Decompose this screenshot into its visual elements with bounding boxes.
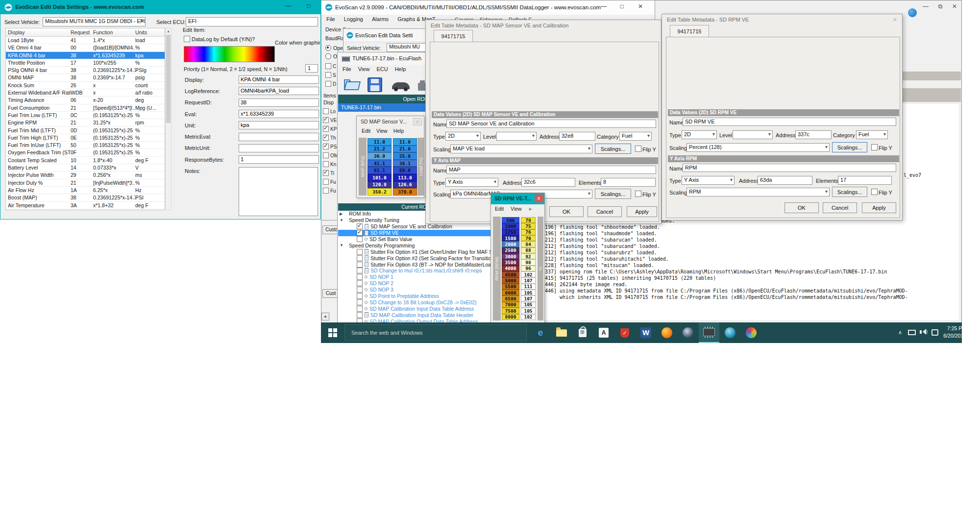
rpm-cell[interactable]: 2000 <box>502 241 519 247</box>
tree-item[interactable]: SD RPM VE <box>338 230 494 236</box>
percent-cell[interactable]: 107 <box>521 295 536 301</box>
tree-item[interactable]: SD Set Baro Value <box>338 236 494 243</box>
rpm-cell[interactable]: 7500 <box>502 308 519 314</box>
menu-item[interactable]: View <box>511 206 522 212</box>
percent-cell[interactable]: 102 <box>521 271 536 277</box>
taskbar-firefox-icon[interactable] <box>657 322 677 343</box>
menu-item[interactable]: View <box>358 66 370 72</box>
taskbar-store-icon[interactable] <box>572 322 593 343</box>
load-cell[interactable]: 21.0 <box>393 146 417 153</box>
map-cell[interactable]: 61.1 <box>368 167 392 174</box>
percent-cell[interactable]: 105 <box>521 290 536 295</box>
tree-item[interactable]: SD Point to Preptable Address <box>338 293 494 299</box>
table-row[interactable]: Fuel Trim Mid (LTFT) 0D (0.1953125*x)-25… <box>6 127 165 134</box>
taskbar-media-icon[interactable] <box>741 322 761 343</box>
vehicle-dropdown[interactable]: Mitsubishi MUTII MMC 1G DSM OBDI - EFI <box>43 17 146 26</box>
tree-checkbox[interactable] <box>357 236 363 242</box>
menu-item[interactable]: Logging <box>344 16 363 22</box>
table-row[interactable]: Fuel Trim InUse (LTFT) 50 (0.1953125*x)-… <box>6 142 165 149</box>
other-radio[interactable]: O <box>325 53 337 59</box>
map-cell[interactable]: 11.0 <box>368 138 392 146</box>
search-box[interactable]: Search the web and Windows <box>344 324 527 341</box>
map-table-row[interactable]: 30.9 25.0 <box>368 152 417 160</box>
load-cell[interactable]: 113.0 <box>393 174 417 181</box>
tree-checkbox[interactable] <box>357 255 363 261</box>
rpm-cell[interactable]: 1500 <box>502 235 519 241</box>
sd-rpm-cells[interactable]: 500 79 1000 75 1250 76 1500 79 <box>502 217 536 320</box>
ecu-field[interactable]: EFI <box>186 17 318 26</box>
rpm-table-row[interactable]: 2500 88 <box>502 247 536 253</box>
field-input[interactable] <box>239 133 319 141</box>
flip-y-checkbox[interactable] <box>871 144 878 150</box>
y-scaling-dropdown[interactable]: RPM <box>686 188 830 196</box>
map-cell[interactable]: 350.2 <box>368 188 392 196</box>
tree-item[interactable]: SD NOP 2 <box>338 280 494 287</box>
tree-expander-icon[interactable]: ▼ <box>338 243 345 247</box>
map-table-row[interactable]: 41.1 36.1 <box>368 160 417 167</box>
load-cell[interactable]: 126.6 <box>393 181 417 189</box>
load-cell[interactable]: 11.0 <box>393 138 417 146</box>
percent-cell[interactable]: 79 <box>521 235 536 241</box>
menu-item[interactable]: Edit <box>362 128 370 134</box>
percent-cell[interactable]: 75 <box>521 223 536 229</box>
ok-button[interactable]: OK <box>549 206 584 217</box>
type-dropdown[interactable]: 2D <box>682 130 717 139</box>
window-maximize-button[interactable]: □ <box>301 2 316 12</box>
field-input[interactable] <box>239 144 319 152</box>
map-cell[interactable]: 21.2 <box>368 146 392 153</box>
taskbar-photos-icon[interactable]: A <box>593 322 614 343</box>
cancel-button[interactable]: Cancel <box>588 206 622 217</box>
menu-item[interactable]: Help <box>393 128 404 134</box>
rpm-table-row[interactable]: 6500 107 <box>502 295 536 301</box>
tree-checkbox[interactable] <box>357 274 363 280</box>
tree-checkbox[interactable] <box>357 230 363 236</box>
scalings-button[interactable]: Scalings... <box>595 189 631 199</box>
percent-cell[interactable]: 105 <box>521 302 536 308</box>
tree-item[interactable]: SD Change to mul r0,r1:sts macl,r0:shlr8… <box>338 268 494 274</box>
tree-checkbox[interactable] <box>357 312 363 318</box>
rpm-table-row[interactable]: 7000 105 <box>502 302 536 308</box>
table-row[interactable]: OMNI MAP 38 0.2369*x-14.7 psig <box>6 74 165 81</box>
table-row[interactable]: Injector Pulse Width 29 0.256*x ms <box>6 172 165 179</box>
category-dropdown[interactable]: Fuel <box>856 130 888 139</box>
dialog-tab[interactable]: 94171715 <box>434 30 473 42</box>
percent-cell[interactable]: 84 <box>521 241 536 247</box>
rpm-cell[interactable]: 500 <box>502 217 519 223</box>
map-table-row[interactable]: 350.2 370.0 <box>368 188 417 196</box>
tree-checkbox[interactable] <box>357 223 363 229</box>
tree-item[interactable]: SD MAP Calibration Input Data Table Head… <box>338 312 494 318</box>
tree-item[interactable]: SD MAP Calibration Input Data Table Addr… <box>338 305 494 312</box>
rpm-cell[interactable]: 3000 <box>502 253 519 259</box>
tree-checkbox[interactable] <box>357 293 363 299</box>
percent-cell[interactable]: 92 <box>521 253 536 259</box>
field-input[interactable]: 1 <box>239 155 319 164</box>
tree-checkbox[interactable] <box>357 262 363 268</box>
console-minimize-button[interactable]: — <box>919 3 932 13</box>
sd-map-menubar[interactable]: EditViewHelp <box>362 128 404 134</box>
custom-button-2[interactable]: Cust <box>322 289 339 298</box>
menu-item[interactable]: Edit <box>495 206 504 212</box>
load-cell[interactable]: 370.0 <box>393 188 417 196</box>
rpm-cell[interactable]: 7000 <box>502 302 519 308</box>
y-address-field[interactable]: 32c6 <box>521 178 575 187</box>
tray-speaker-icon[interactable]: ) <box>920 329 928 335</box>
apply-button[interactable]: Apply <box>627 206 657 217</box>
start-button[interactable] <box>321 322 344 343</box>
type-dropdown[interactable]: 2D <box>445 132 481 141</box>
field-input[interactable]: KPA OMNI 4 bar <box>239 75 319 84</box>
menu-item[interactable]: Help <box>395 66 406 72</box>
datalogger-menubar[interactable]: FileLoggingAlarmsGraphs & MapT <box>326 16 436 22</box>
table-row[interactable]: Injector Duty % 21 [InjPulseWidth]*3... … <box>6 179 165 187</box>
percent-cell[interactable]: 111 <box>521 284 536 290</box>
load-cell[interactable]: 36.1 <box>393 160 417 167</box>
table-row[interactable]: Throttle Position 17 100*x/255 % <box>6 59 165 67</box>
scalings-button[interactable]: Scalings... <box>595 144 631 154</box>
level-dropdown[interactable] <box>733 130 773 139</box>
tree-item[interactable]: Stutter Fix Option #3 (BT -> NOP for Del… <box>338 261 494 268</box>
table-row[interactable]: VE Omni 4 bar 00 ([load1B]/[OMNI4... % <box>6 44 165 51</box>
name-field[interactable]: SD MAP Sensor VE and Calibration <box>446 120 656 128</box>
rpm-cell[interactable]: 8000 <box>502 314 519 320</box>
table-header[interactable]: Display Request Function Units <box>6 28 165 37</box>
flip-y-checkbox[interactable] <box>871 189 878 195</box>
menu-item[interactable]: File <box>343 66 351 72</box>
